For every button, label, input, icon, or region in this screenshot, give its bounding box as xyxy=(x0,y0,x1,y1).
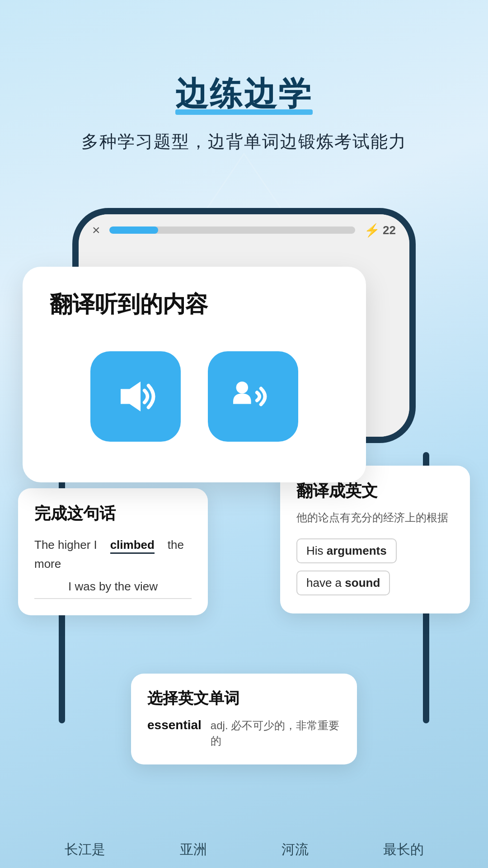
translate-en-card: 翻译成英文 他的论点有充分的经济上的根据 His arguments have … xyxy=(280,466,470,613)
title-section: 边练边学 多种学习题型，边背单词边锻炼考试能力 xyxy=(0,72,488,153)
chip-1[interactable]: His arguments xyxy=(296,538,397,563)
chip-2[interactable]: have a sound xyxy=(296,571,390,595)
sentence-line-2: I was by the view xyxy=(34,580,192,599)
sentence-before: The higher I xyxy=(34,538,97,552)
translate-en-title: 翻译成英文 xyxy=(296,480,454,502)
score-value: 22 xyxy=(383,223,396,237)
svg-point-2 xyxy=(236,382,248,393)
phone-topbar: × ⚡ 22 xyxy=(79,214,409,246)
svg-marker-1 xyxy=(121,382,141,411)
select-word: essential xyxy=(147,718,202,732)
complete-card-title: 完成这句话 xyxy=(34,503,192,525)
progress-fill xyxy=(109,226,159,234)
lightning-score: ⚡ 22 xyxy=(364,223,396,238)
sentence-line-1: The higher I climbed the more xyxy=(34,536,192,573)
select-word-card: 选择英文单词 essential adj. 必不可少的，非常重要的 xyxy=(131,674,357,764)
close-button[interactable]: × xyxy=(92,222,100,238)
select-card-title: 选择英文单词 xyxy=(147,688,341,709)
word-chips: His arguments have a sound xyxy=(296,538,454,595)
subtitle: 多种学习题型，边背单词边锻炼考试能力 xyxy=(0,130,488,153)
main-title: 边练边学 xyxy=(175,72,313,116)
speaker-icon xyxy=(111,372,160,421)
speaker-button[interactable] xyxy=(90,351,181,442)
chip-1-bold: arguments xyxy=(327,544,387,557)
fill-word: climbed xyxy=(110,538,155,554)
complete-sentence-card: 完成这句话 The higher I climbed the more I wa… xyxy=(18,488,208,615)
bottom-words-row: 长江是 亚洲 河流 最长的 xyxy=(0,831,488,868)
bottom-word-4: 最长的 xyxy=(383,840,424,859)
lightning-icon: ⚡ xyxy=(364,223,380,238)
bottom-word-3: 河流 xyxy=(282,840,309,859)
translate-card: 翻译听到的内容 xyxy=(23,267,366,482)
bottom-word-1: 长江是 xyxy=(65,840,105,859)
audio-buttons-container xyxy=(50,342,339,455)
speaker-person-button[interactable] xyxy=(208,351,298,442)
select-definition: adj. 必不可少的，非常重要的 xyxy=(211,718,341,748)
progress-bar xyxy=(109,226,356,234)
select-row: essential adj. 必不可少的，非常重要的 xyxy=(147,718,341,748)
chinese-sentence: 他的论点有充分的经济上的根据 xyxy=(296,509,454,526)
bottom-word-2: 亚洲 xyxy=(180,840,207,859)
speaker-person-icon xyxy=(228,372,278,421)
translate-card-title: 翻译听到的内容 xyxy=(50,289,339,320)
chip-2-bold: sound xyxy=(345,576,380,590)
